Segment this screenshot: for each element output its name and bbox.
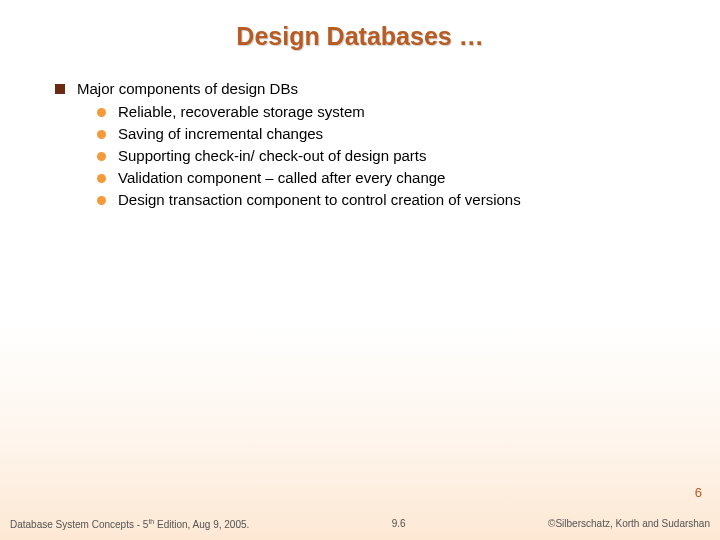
footer-left: Database System Concepts - 5th Edition, … [10,518,249,530]
list-item-text: Supporting check-in/ check-out of design… [118,147,427,164]
slide: Design Databases … Major components of d… [0,0,720,540]
list-item: Saving of incremental changes [97,125,680,142]
footer-left-b: Edition, Aug 9, 2005. [154,519,249,530]
list-item: Reliable, recoverable storage system [97,103,680,120]
slide-title: Design Databases … [0,22,720,51]
list-item-text: Design transaction component to control … [118,191,521,208]
circle-bullet-icon [97,196,106,205]
list-item: Design transaction component to control … [97,191,680,208]
list-item-text: Validation component – called after ever… [118,169,445,186]
page-number-badge: 6 [695,485,702,500]
list-item-text: Major components of design DBs [77,80,298,97]
footer-center: 9.6 [392,518,406,530]
list-item-text: Reliable, recoverable storage system [118,103,365,120]
footer-right: ©Silberschatz, Korth and Sudarshan [548,518,710,530]
circle-bullet-icon [97,130,106,139]
footer-left-a: Database System Concepts - 5 [10,519,148,530]
slide-body: Major components of design DBs Reliable,… [55,80,680,213]
footer: Database System Concepts - 5th Edition, … [0,518,720,530]
list-item: Major components of design DBs [55,80,680,97]
circle-bullet-icon [97,152,106,161]
list-item: Validation component – called after ever… [97,169,680,186]
circle-bullet-icon [97,108,106,117]
list-item-text: Saving of incremental changes [118,125,323,142]
square-bullet-icon [55,84,65,94]
circle-bullet-icon [97,174,106,183]
list-item: Supporting check-in/ check-out of design… [97,147,680,164]
